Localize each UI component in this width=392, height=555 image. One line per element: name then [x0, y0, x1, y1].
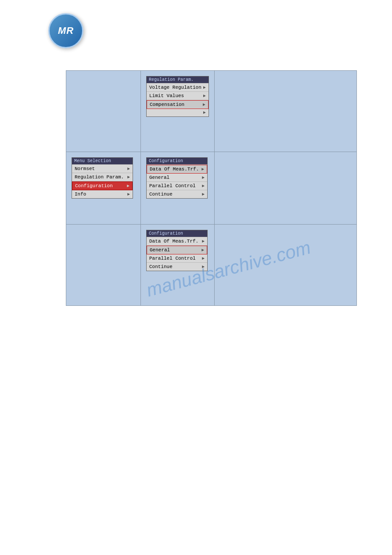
col1-row1 [66, 71, 141, 152]
logo-text: MR [58, 25, 74, 36]
voltage-reg-label: Voltage Regulation [149, 85, 201, 90]
continue-label-2: Continue [149, 264, 173, 269]
arrow-icon-par2: ► [202, 256, 205, 261]
menu-item-general-1[interactable]: General ► [147, 174, 207, 182]
config-title-1: Configuration [147, 158, 207, 165]
col3-row2 [214, 152, 356, 225]
logo-area: MR [48, 13, 83, 48]
arrow-icon-cont2: ► [202, 265, 205, 269]
menu-selection-panel: Menu Selection Normset ► Regulation Para… [72, 157, 133, 199]
config-title-2: Configuration [147, 230, 207, 237]
col2-row2: Configuration Data Of Meas.Trf. ► Genera… [141, 152, 215, 225]
menu-item-parallel-1[interactable]: Parallel Control ► [147, 182, 207, 190]
arrow-icon-rp: ► [127, 175, 130, 180]
col2-row3: Configuration Data Of Meas.Trf. ► Genera… [141, 225, 215, 306]
menu-item-voltage-reg[interactable]: Voltage Regulation ► [147, 83, 209, 92]
arrow-icon-config: ► [127, 184, 129, 189]
arrow-icon-meas1: ► [201, 167, 204, 172]
menu-selection-menu: Menu Selection Normset ► Regulation Para… [70, 156, 137, 200]
menu-item-empty-1[interactable]: ► [147, 109, 209, 116]
continue-label-1: Continue [149, 192, 173, 197]
col1-row3 [66, 225, 141, 306]
menu-item-reg-title: Regulation Param. [147, 76, 209, 83]
col3-row1 [214, 71, 356, 152]
menu-item-normset[interactable]: Normset ► [72, 165, 133, 173]
regulation-param-label: Regulation Param. [75, 174, 124, 180]
arrow-icon-meas2: ► [202, 239, 205, 244]
menu-item-continue-1[interactable]: Continue ► [147, 190, 207, 198]
arrow-icon-normset: ► [127, 167, 130, 171]
arrow-icon-4: ► [203, 110, 206, 115]
menu-item-selection-title: Menu Selection [72, 158, 133, 165]
configuration-active-label: Configuration [75, 183, 113, 189]
arrow-icon-2: ► [203, 94, 206, 98]
table-row-2: Menu Selection Normset ► Regulation Para… [66, 152, 357, 225]
configuration-panel-2: Configuration Data Of Meas.Trf. ► Genera… [146, 230, 208, 271]
limit-values-label: Limit Values [149, 93, 184, 98]
menu-item-general-2[interactable]: General ► [147, 246, 207, 254]
info-label: Info [75, 192, 86, 197]
arrow-icon-par1: ► [202, 184, 205, 189]
regulation-param-menu: Regulation Param. Voltage Regulation ► L… [144, 74, 211, 119]
menu-item-regulation-param[interactable]: Regulation Param. ► [72, 173, 133, 181]
menu-table: Regulation Param. Voltage Regulation ► L… [66, 70, 357, 306]
data-meas-label-1: Data Of Meas.Trf. [150, 167, 199, 172]
menu-item-limit-values[interactable]: Limit Values ► [147, 92, 209, 100]
arrow-icon-gen2: ► [201, 248, 204, 253]
logo-circle: MR [48, 13, 83, 48]
arrow-icon-3: ► [203, 102, 205, 107]
col2-row1: Regulation Param. Voltage Regulation ► L… [141, 71, 215, 152]
parallel-label-1: Parallel Control [149, 183, 196, 189]
arrow-icon-1: ► [203, 85, 206, 90]
parallel-label-2: Parallel Control [149, 256, 196, 261]
col1-row2: Menu Selection Normset ► Regulation Para… [66, 152, 141, 225]
data-meas-label-2: Data Of Meas.Trf. [149, 239, 198, 244]
menu-item-data-meas-1[interactable]: Data Of Meas.Trf. ► [147, 165, 207, 174]
menu-selection-title-label: Menu Selection [74, 159, 111, 163]
col3-row3 [214, 225, 356, 306]
menu-item-configuration-active[interactable]: Configuration ► [72, 181, 133, 190]
arrow-icon-gen1: ► [202, 175, 205, 180]
configuration-menu-1: Configuration Data Of Meas.Trf. ► Genera… [144, 156, 211, 200]
arrow-icon-info: ► [127, 192, 130, 197]
compensation-label: Compensation [150, 102, 184, 107]
regulation-param-panel: Regulation Param. Voltage Regulation ► L… [146, 76, 209, 117]
configuration-panel-1: Configuration Data Of Meas.Trf. ► Genera… [146, 157, 208, 199]
menu-item-info[interactable]: Info ► [72, 190, 133, 198]
configuration-menu-2: Configuration Data Of Meas.Trf. ► Genera… [144, 228, 211, 273]
table-row-1: Regulation Param. Voltage Regulation ► L… [66, 71, 357, 152]
arrow-icon-cont1: ► [202, 192, 205, 197]
menu-item-continue-2[interactable]: Continue ► [147, 263, 207, 271]
menu-item-compensation[interactable]: Compensation ► [147, 100, 209, 109]
main-content: Regulation Param. Voltage Regulation ► L… [66, 70, 357, 306]
config-title-label-2: Configuration [149, 231, 183, 236]
general-label-1: General [149, 175, 169, 180]
menu-item-parallel-2[interactable]: Parallel Control ► [147, 254, 207, 263]
normset-label: Normset [75, 166, 95, 171]
menu-item-data-meas-2[interactable]: Data Of Meas.Trf. ► [147, 237, 207, 246]
table-row-3: Configuration Data Of Meas.Trf. ► Genera… [66, 225, 357, 306]
reg-title-label: Regulation Param. [149, 77, 194, 82]
config-title-label-1: Configuration [149, 159, 183, 163]
general-label-2: General [150, 247, 170, 253]
